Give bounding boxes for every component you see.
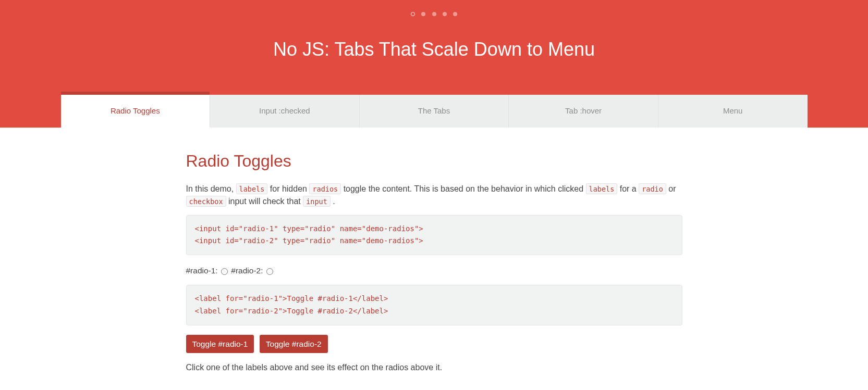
code-block-inputs: <input id="radio-1" type="radio" name="d…: [186, 215, 682, 256]
text: toggle the content. This is based on the…: [344, 184, 586, 193]
radio-1[interactable]: [221, 268, 228, 275]
section-heading: Radio Toggles: [186, 148, 682, 173]
carousel-dots: [0, 5, 868, 23]
radio-2-label: #radio-2:: [231, 266, 263, 275]
dot-1[interactable]: [411, 12, 415, 16]
dot-5[interactable]: [453, 12, 457, 16]
tab-radio-toggles[interactable]: Radio Toggles: [61, 95, 210, 128]
code-checkbox: checkbox: [186, 196, 226, 207]
outro-paragraph: Click one of the labels above and see it…: [186, 361, 682, 374]
tabs: Radio Toggles Input :checked The Tabs Ta…: [61, 95, 808, 128]
page-title: No JS: Tabs That Scale Down to Menu: [0, 35, 868, 64]
toggle-buttons-row: Toggle #radio-1 Toggle #radio-2: [186, 335, 682, 353]
text: for hidden: [270, 184, 310, 193]
toggle-radio-1-button[interactable]: Toggle #radio-1: [186, 335, 254, 353]
text: for a: [620, 184, 639, 193]
code-block-labels: <label for="radio-1">Toggle #radio-1</la…: [186, 285, 682, 325]
tabs-container: Radio Toggles Input :checked The Tabs Ta…: [61, 95, 808, 128]
dot-3[interactable]: [432, 12, 436, 16]
tab-the-tabs[interactable]: The Tabs: [359, 95, 509, 128]
text: or: [668, 184, 676, 193]
radio-1-label: #radio-1:: [186, 266, 218, 275]
text: In this demo,: [186, 184, 236, 193]
tab-hover[interactable]: Tab :hover: [508, 95, 658, 128]
tab-content: Radio Toggles In this demo, labels for h…: [186, 148, 682, 374]
dot-2[interactable]: [421, 12, 425, 16]
code-labels: labels: [236, 183, 268, 194]
text: .: [333, 197, 335, 206]
code-labels-2: labels: [586, 183, 618, 194]
hero-banner: No JS: Tabs That Scale Down to Menu Radi…: [0, 0, 868, 128]
toggle-radio-2-button[interactable]: Toggle #radio-2: [260, 335, 328, 353]
radio-demo-line: #radio-1: #radio-2:: [186, 265, 682, 276]
tab-menu[interactable]: Menu: [658, 95, 808, 128]
code-radio: radio: [639, 183, 666, 194]
code-input: input: [303, 196, 331, 207]
radio-2[interactable]: [266, 268, 273, 275]
intro-paragraph: In this demo, labels for hidden radios t…: [186, 183, 682, 208]
text: input will check that: [228, 197, 303, 206]
dot-4[interactable]: [443, 12, 447, 16]
tab-input-checked[interactable]: Input :checked: [210, 95, 359, 128]
code-radios: radios: [309, 183, 341, 194]
